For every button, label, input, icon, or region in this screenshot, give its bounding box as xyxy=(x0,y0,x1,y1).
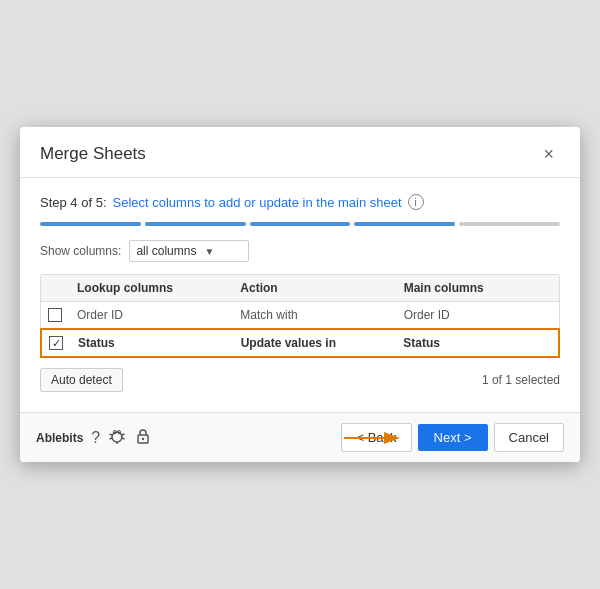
auto-detect-button[interactable]: Auto detect xyxy=(40,368,123,392)
close-button[interactable]: × xyxy=(537,143,560,165)
dialog-footer: Ablebits ? xyxy=(20,412,580,462)
col-header-main: Main columns xyxy=(396,275,559,301)
row2-action: Update values in xyxy=(233,330,396,356)
svg-line-5 xyxy=(110,438,113,439)
show-columns-label: Show columns: xyxy=(40,244,121,258)
table-row: Order ID Match with Order ID xyxy=(41,302,559,329)
dialog-title: Merge Sheets xyxy=(40,144,146,164)
show-columns-dropdown[interactable]: all columns ▼ xyxy=(129,240,249,262)
svg-line-4 xyxy=(122,434,125,435)
row2-checkbox[interactable] xyxy=(49,336,63,350)
table-header: Lookup columns Action Main columns xyxy=(41,275,559,302)
privacy-icon[interactable] xyxy=(134,427,152,449)
table-footer: Auto detect 1 of 1 selected xyxy=(40,368,560,392)
cancel-button[interactable]: Cancel xyxy=(494,423,564,452)
row1-checkbox-cell xyxy=(41,302,69,328)
row2-main: Status xyxy=(395,330,558,356)
svg-point-0 xyxy=(112,432,122,442)
svg-line-3 xyxy=(110,434,113,435)
svg-point-11 xyxy=(142,437,144,439)
svg-line-6 xyxy=(122,438,125,439)
help-icon[interactable]: ? xyxy=(91,429,100,447)
dialog-header: Merge Sheets × xyxy=(20,127,580,178)
next-button[interactable]: Next > xyxy=(418,424,488,451)
bug-svg xyxy=(108,427,126,445)
merge-sheets-dialog: Merge Sheets × Step 4 of 5: Select colum… xyxy=(20,127,580,462)
row1-action: Match with xyxy=(232,302,395,328)
arrow-indicator xyxy=(344,428,404,448)
dialog-body: Step 4 of 5: Select columns to add or up… xyxy=(20,178,580,412)
row2-checkbox-cell xyxy=(42,330,70,356)
show-columns-value: all columns xyxy=(136,244,196,258)
col-header-lookup: Lookup columns xyxy=(69,275,232,301)
col-header-action: Action xyxy=(232,275,395,301)
selection-count: 1 of 1 selected xyxy=(482,373,560,387)
progress-segment-3 xyxy=(250,222,351,226)
progress-segment-4 xyxy=(354,222,455,226)
progress-bar xyxy=(40,222,560,226)
col-header-checkbox xyxy=(41,275,69,301)
columns-table: Lookup columns Action Main columns Order… xyxy=(40,274,560,358)
row1-checkbox[interactable] xyxy=(48,308,62,322)
lock-svg xyxy=(134,427,152,445)
progress-segment-2 xyxy=(145,222,246,226)
dropdown-arrow: ▼ xyxy=(204,246,214,257)
info-icon[interactable]: i xyxy=(408,194,424,210)
show-columns-row: Show columns: all columns ▼ xyxy=(40,240,560,262)
footer-buttons: < Back Next > Cancel xyxy=(341,423,564,452)
progress-segment-5 xyxy=(459,222,560,226)
brand-label: Ablebits xyxy=(36,431,83,445)
bug-icon[interactable] xyxy=(108,427,126,449)
step-label: Step 4 of 5: Select columns to add or up… xyxy=(40,194,560,210)
row1-main: Order ID xyxy=(396,302,559,328)
step-number: Step 4 of 5: xyxy=(40,195,107,210)
progress-segment-1 xyxy=(40,222,141,226)
table-row-highlighted: Status Update values in Status xyxy=(40,328,560,358)
row2-lookup: Status xyxy=(70,330,233,356)
step-description: Select columns to add or update in the m… xyxy=(113,195,402,210)
row1-lookup: Order ID xyxy=(69,302,232,328)
